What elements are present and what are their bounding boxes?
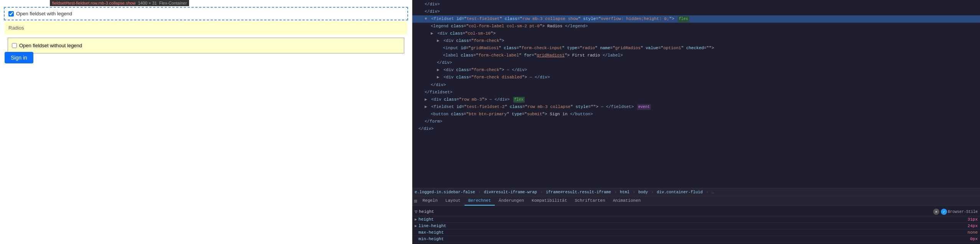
tree-line[interactable]: </fieldset> <box>412 89 980 96</box>
no-legend-checkbox[interactable] <box>12 43 17 48</box>
tree-line[interactable]: <input id="gridRadios1" class="form-chec… <box>412 45 980 52</box>
prop-name-max-height: max-height <box>418 230 968 235</box>
filter-controls: ✕ ✓ Browser-Stile <box>932 209 978 215</box>
tab-anderungen[interactable]: Änderungen <box>495 196 528 206</box>
tree-line[interactable]: ▶ <div class="row mb-3"> ⋯ </div> flex <box>412 96 980 103</box>
tooltip-type: Flex-Container <box>159 1 187 5</box>
prop-name-height: height <box>418 217 968 222</box>
radios-section: Radios <box>5 21 407 35</box>
tree-line[interactable]: </div> <box>412 125 980 133</box>
computed-height[interactable]: ▶ height 31px <box>412 216 980 223</box>
breadcrumb-bar: e.logged-in.sidebar-false › div#result-i… <box>412 188 980 196</box>
filter-text: height <box>419 209 434 214</box>
flex-badge: flex <box>678 16 689 22</box>
browser-style-toggle[interactable]: ✓ <box>941 209 947 215</box>
prop-value-line-height: 24px <box>968 224 978 228</box>
computed-max-height[interactable]: ▶ max-height none <box>412 229 980 236</box>
tree-line[interactable]: ▶ <fieldset id="test-fieldset-2" class="… <box>412 103 980 111</box>
breadcrumb-item[interactable]: e.logged-in.sidebar-false <box>415 190 475 194</box>
tree-line[interactable]: ▶ <div class="form-check"> <box>412 37 980 45</box>
open-fieldset-checkbox[interactable] <box>8 11 14 17</box>
tree-line[interactable]: <label class="form-check-label" for="gri… <box>412 52 980 59</box>
tooltip-dimensions: 1400 × 31 <box>138 1 157 5</box>
tab-regeln[interactable]: Regeln <box>418 196 441 206</box>
event-badge: event <box>637 104 651 110</box>
tree-line[interactable]: ▶ <div class="form-check disabled"> ⋯ </… <box>412 74 980 81</box>
prop-value-height: 31px <box>968 217 978 222</box>
no-legend-label: Open fieldset without legend <box>19 43 82 48</box>
tab-animationen[interactable]: Animationen <box>609 196 645 206</box>
radios-label: Radios <box>5 21 407 35</box>
prop-name-min-height: min-height <box>418 237 970 241</box>
filter-row: ▽ height ✕ ✓ Browser-Stile <box>412 207 980 216</box>
fieldset-no-legend-wrapper: Open fieldset without legend <box>4 35 408 56</box>
checkbox-row-no-legend: Open fieldset without legend <box>12 41 400 50</box>
expand-icon[interactable]: ▶ <box>415 217 417 222</box>
layout-icon[interactable]: ⊞ <box>414 198 417 204</box>
element-tooltip: fieldset#test-fieldset.row.mb-3.collapse… <box>50 0 189 6</box>
computed-panel: ▽ height ✕ ✓ Browser-Stile ▶ height 31px… <box>412 206 980 244</box>
tooltip-element: fieldset#test-fieldset.row.mb-3.collapse… <box>52 1 136 5</box>
tree-line[interactable]: </div> <box>412 8 980 15</box>
clear-filter-button[interactable]: ✕ <box>933 209 939 215</box>
flex-badge-2: flex <box>513 97 525 103</box>
breadcrumb-item[interactable]: html <box>620 190 629 194</box>
tree-line-selected[interactable]: ▼ <fieldset id="test-fieldset" class="ro… <box>412 15 980 23</box>
checkbox-row-open: Open fieldset with legend <box>5 8 407 20</box>
breadcrumb-item[interactable]: iframe#result.result-iframe <box>546 190 611 194</box>
tree-line[interactable]: </form> <box>412 118 980 125</box>
open-fieldset-label: Open fieldset with legend <box>16 11 72 17</box>
tree-line[interactable]: ▶ <div class="form-check"> ⋯ </div> <box>412 66 980 74</box>
expand-icon: ▼ <box>425 17 427 21</box>
tree-line[interactable]: </div> <box>412 81 980 89</box>
tree-line[interactable]: <button class="btn btn-primary" type="su… <box>412 111 980 118</box>
fieldset-no-legend: Open fieldset without legend <box>8 38 404 53</box>
computed-line-height[interactable]: ▶ line-height 24px <box>412 223 980 229</box>
tree-line[interactable]: ▶ <div class="col-sm-10"> <box>412 30 980 37</box>
tree-line[interactable]: </div> <box>412 1 980 8</box>
breadcrumb-item[interactable]: div#result-iframe-wrap <box>484 190 537 194</box>
prop-value-min-height: 0px <box>970 237 978 241</box>
expand-icon[interactable]: ▶ <box>415 224 417 228</box>
fieldset-open-legend: Open fieldset with legend Radios <box>4 7 408 20</box>
prop-value-max-height: none <box>968 230 978 235</box>
devtools-tabs: ⊞ Regeln Layout Berechnet Änderungen Kom… <box>412 196 980 206</box>
breadcrumb-item[interactable]: div.container-fluid <box>657 190 703 194</box>
tree-line[interactable]: <legend class="col-form-label col-sm-2 p… <box>412 23 980 30</box>
prop-name-line-height: line-height <box>418 224 968 228</box>
devtools-panel: </div> </div> ▼ <fieldset id="test-field… <box>412 0 980 244</box>
computed-min-height[interactable]: ▶ min-height 0px <box>412 236 980 242</box>
tab-kompatibilitat[interactable]: Kompatibilität <box>528 196 571 206</box>
browser-panel: fieldset#test-fieldset.row.mb-3.collapse… <box>0 0 412 244</box>
breadcrumb-item[interactable]: body <box>638 190 648 194</box>
filter-icon: ▽ <box>415 209 417 215</box>
tab-berechnet[interactable]: Berechnet <box>464 196 495 206</box>
sign-in-button[interactable]: Sign in <box>5 52 33 63</box>
tab-layout[interactable]: Layout <box>441 196 464 206</box>
html-tree[interactable]: </div> </div> ▼ <fieldset id="test-field… <box>412 0 980 188</box>
tab-schriftarten[interactable]: Schriftarten <box>571 196 609 206</box>
tree-line[interactable]: </div> <box>412 59 980 66</box>
browser-style-label: Browser-Stile <box>948 210 978 214</box>
